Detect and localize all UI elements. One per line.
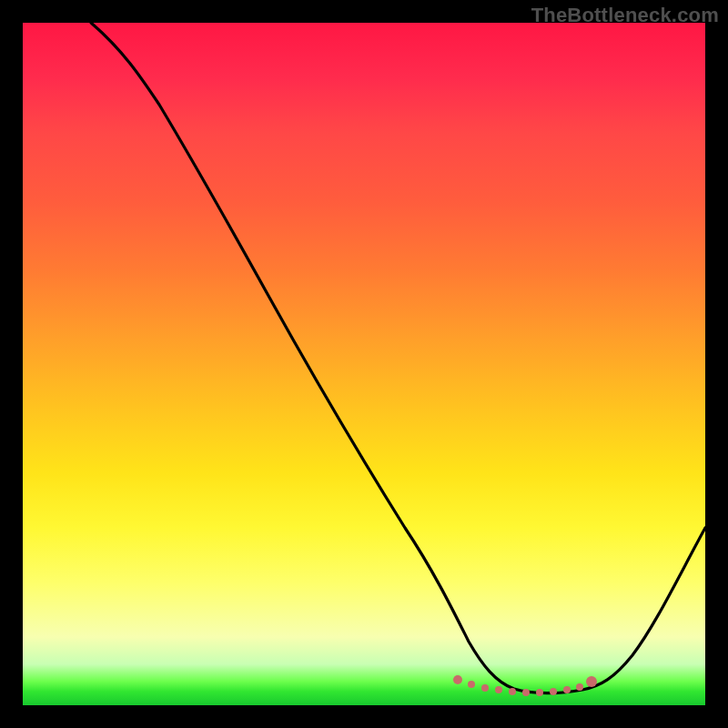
plot-area (23, 23, 705, 705)
svg-point-7 (550, 688, 557, 695)
svg-point-10 (586, 676, 597, 687)
bottleneck-curve (91, 23, 705, 693)
svg-point-6 (536, 689, 543, 696)
svg-point-5 (522, 689, 530, 696)
watermark-text: TheBottleneck.com (531, 4, 719, 27)
bottleneck-curve-svg (23, 23, 705, 705)
svg-point-8 (563, 686, 571, 693)
svg-point-2 (481, 684, 489, 692)
svg-point-0 (453, 675, 462, 684)
svg-point-9 (576, 683, 583, 691)
optimal-band-markers (453, 675, 597, 696)
svg-point-4 (509, 688, 516, 695)
chart-frame: TheBottleneck.com (0, 0, 728, 728)
svg-point-3 (495, 686, 502, 693)
svg-point-1 (468, 681, 475, 688)
